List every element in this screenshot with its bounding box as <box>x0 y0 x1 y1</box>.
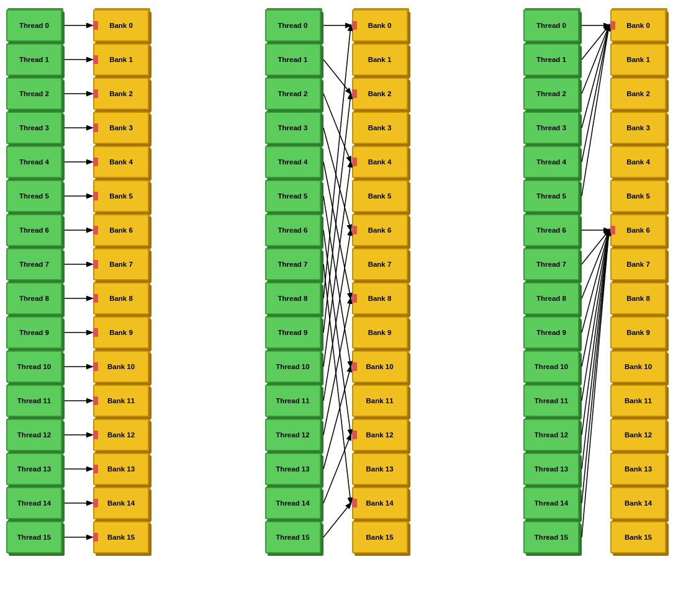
thread-block-15: Thread 15 <box>6 521 62 553</box>
thread-block-2: Thread 2 <box>523 78 579 110</box>
thread-block-15: Thread 15 <box>265 521 321 553</box>
bank-block-2: Bank 2 <box>93 78 149 110</box>
svg-line-43 <box>582 230 609 401</box>
svg-line-23 <box>323 264 351 503</box>
bank-block-14: Bank 14 <box>610 487 666 519</box>
thread-block-5: Thread 5 <box>523 180 579 212</box>
svg-line-30 <box>323 435 351 503</box>
diagram-2: Thread 0Thread 1Thread 2Thread 3Thread 4… <box>265 9 427 566</box>
thread-block-5: Thread 5 <box>6 180 62 212</box>
svg-line-28 <box>323 298 351 435</box>
bank-access-indicator <box>93 260 98 269</box>
thread-block-3: Thread 3 <box>6 112 62 144</box>
bank-access-indicator <box>93 328 98 337</box>
bank-access-indicator <box>93 465 98 473</box>
bank-block-11: Bank 11 <box>352 385 408 417</box>
bank-block-15: Bank 15 <box>352 521 408 553</box>
bank-block-4: Bank 4 <box>93 146 149 178</box>
bank-access-indicator <box>352 158 357 166</box>
bank-access-indicator <box>610 21 615 30</box>
bank-block-13: Bank 13 <box>93 453 149 485</box>
bank-block-3: Bank 3 <box>610 112 666 144</box>
svg-line-22 <box>323 230 351 435</box>
bank-access-indicator <box>93 55 98 64</box>
bank-access-indicator <box>93 158 98 166</box>
svg-line-18 <box>323 94 351 162</box>
bank-block-12: Bank 12 <box>610 419 666 451</box>
svg-line-44 <box>582 230 609 435</box>
bank-access-indicator <box>93 294 98 303</box>
bank-block-9: Bank 9 <box>93 316 149 349</box>
svg-line-47 <box>582 230 609 537</box>
bank-block-1: Bank 1 <box>610 43 666 76</box>
thread-block-12: Thread 12 <box>6 419 62 451</box>
bank-block-15: Bank 15 <box>93 521 149 553</box>
bank-block-3: Bank 3 <box>352 112 408 144</box>
thread-block-6: Thread 6 <box>6 214 62 246</box>
svg-line-24 <box>323 25 351 298</box>
bank-block-10: Bank 10 <box>352 350 408 383</box>
thread-block-14: Thread 14 <box>523 487 579 519</box>
svg-line-19 <box>323 128 351 230</box>
bank-block-10: Bank 10 <box>610 350 666 383</box>
thread-block-10: Thread 10 <box>6 350 62 383</box>
thread-block-0: Thread 0 <box>6 9 62 42</box>
bank-block-3: Bank 3 <box>93 112 149 144</box>
thread-block-13: Thread 13 <box>265 453 321 485</box>
bank-access-indicator <box>352 431 357 439</box>
svg-line-33 <box>582 25 609 60</box>
bank-access-indicator <box>93 431 98 439</box>
thread-block-7: Thread 7 <box>265 248 321 280</box>
thread-block-5: Thread 5 <box>265 180 321 212</box>
diagrams-row: Thread 0Thread 1Thread 2Thread 3Thread 4… <box>0 0 691 575</box>
svg-line-46 <box>582 230 609 503</box>
bank-block-12: Bank 12 <box>352 419 408 451</box>
bank-block-13: Bank 13 <box>352 453 408 485</box>
thread-block-4: Thread 4 <box>523 146 579 178</box>
svg-line-40 <box>582 230 609 298</box>
bank-access-indicator <box>352 499 357 507</box>
thread-block-9: Thread 9 <box>6 316 62 349</box>
thread-block-15: Thread 15 <box>523 521 579 553</box>
bank-block-4: Bank 4 <box>352 146 408 178</box>
bank-access-indicator <box>352 89 357 98</box>
bank-block-13: Bank 13 <box>610 453 666 485</box>
svg-line-37 <box>582 25 609 196</box>
bank-block-7: Bank 7 <box>93 248 149 280</box>
bank-block-8: Bank 8 <box>93 282 149 315</box>
bank-block-5: Bank 5 <box>93 180 149 212</box>
thread-block-10: Thread 10 <box>265 350 321 383</box>
svg-line-17 <box>323 60 351 94</box>
bank-block-6: Bank 6 <box>93 214 149 246</box>
bank-access-indicator <box>93 396 98 405</box>
svg-line-29 <box>323 367 351 469</box>
thread-block-11: Thread 11 <box>6 385 62 417</box>
bank-access-indicator <box>610 226 615 234</box>
bank-block-2: Bank 2 <box>352 78 408 110</box>
thread-block-1: Thread 1 <box>523 43 579 76</box>
svg-line-25 <box>323 94 351 333</box>
bank-block-0: Bank 0 <box>93 9 149 42</box>
bank-block-0: Bank 0 <box>352 9 408 42</box>
thread-block-1: Thread 1 <box>6 43 62 76</box>
bank-block-9: Bank 9 <box>610 316 666 349</box>
thread-block-7: Thread 7 <box>6 248 62 280</box>
bank-block-5: Bank 5 <box>610 180 666 212</box>
thread-block-6: Thread 6 <box>265 214 321 246</box>
thread-block-12: Thread 12 <box>265 419 321 451</box>
bank-block-2: Bank 2 <box>610 78 666 110</box>
thread-block-11: Thread 11 <box>265 385 321 417</box>
thread-block-14: Thread 14 <box>265 487 321 519</box>
bank-block-8: Bank 8 <box>352 282 408 315</box>
bank-block-5: Bank 5 <box>352 180 408 212</box>
thread-block-10: Thread 10 <box>523 350 579 383</box>
thread-block-7: Thread 7 <box>523 248 579 280</box>
bank-block-7: Bank 7 <box>352 248 408 280</box>
bank-block-12: Bank 12 <box>93 419 149 451</box>
bank-block-11: Bank 11 <box>93 385 149 417</box>
bank-access-indicator <box>93 362 98 371</box>
thread-block-1: Thread 1 <box>265 43 321 76</box>
diagram-3: Thread 0Thread 1Thread 2Thread 3Thread 4… <box>523 9 685 566</box>
bank-block-6: Bank 6 <box>610 214 666 246</box>
bank-block-8: Bank 8 <box>610 282 666 315</box>
